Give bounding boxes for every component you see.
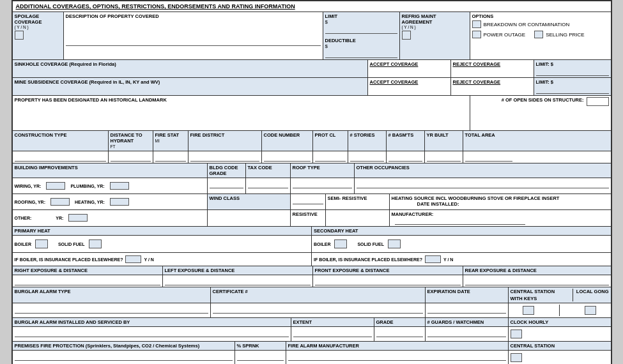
secondary-heat-label: SECONDARY HEAT <box>314 228 609 234</box>
sinkhole-limit-label: LIMIT: $ <box>536 61 609 67</box>
windclass-input-cell <box>291 194 326 209</box>
row-9-inputs <box>13 275 611 287</box>
extent-input[interactable] <box>293 328 372 337</box>
option-2-label: POWER OUTAGE <box>484 32 526 38</box>
options-cell: OPTIONS BREAKDOWN OR CONTAMINATION POWER… <box>470 12 611 59</box>
spoilage-checkbox[interactable] <box>15 31 24 40</box>
guards-header: # GUARDS / WATCHMEN <box>426 318 509 326</box>
firealarm-input-1[interactable] <box>288 352 506 361</box>
front-exposure-input[interactable] <box>315 277 461 285</box>
burglar-type-header: BURGLAR ALARM TYPE <box>13 287 211 303</box>
manufacturer-input[interactable] <box>395 217 525 225</box>
basmt-input[interactable] <box>388 153 422 162</box>
totalarea-label: TOTAL AREA <box>465 132 512 138</box>
stories-label: # STORIES <box>350 132 384 138</box>
firestat-cell: FIRE STAT MI <box>153 131 188 151</box>
construction-input[interactable] <box>15 153 106 162</box>
cert-label: CERTIFICATE # <box>213 289 423 294</box>
clock-checkbox[interactable] <box>511 330 522 338</box>
resistive-spacer <box>208 210 291 226</box>
refrig-checkbox[interactable] <box>402 31 411 40</box>
deductible-input[interactable] <box>325 50 397 58</box>
heating-yr-box[interactable] <box>110 198 129 206</box>
burglar-options-checkboxes <box>509 303 611 317</box>
sinkhole-limit-input[interactable] <box>536 68 609 76</box>
clock-checkbox-cell <box>509 327 611 341</box>
spoilage-label: SPOILAGE COVERAGE <box>15 13 61 25</box>
sprnk-input-cell <box>235 351 286 364</box>
basmt-cell: # BASM'TS <box>387 131 425 151</box>
protcl-input[interactable] <box>315 153 346 162</box>
central-station-checkbox[interactable] <box>523 306 534 315</box>
insurance2-checkbox[interactable] <box>425 255 441 263</box>
distance-input[interactable] <box>111 153 151 162</box>
extent-input-cell <box>291 327 374 341</box>
primary-heat-label: PRIMARY HEAT <box>15 228 310 234</box>
insurance-checkbox[interactable] <box>125 255 141 263</box>
open-sides-input[interactable] <box>587 97 609 106</box>
boiler-checkbox[interactable] <box>35 239 48 248</box>
plumbing-box[interactable] <box>110 182 129 190</box>
distance-cell: DISTANCE TO HYDRANT FT <box>109 131 153 151</box>
exp-date-input[interactable] <box>427 305 506 314</box>
otheroccupancies-input[interactable] <box>357 179 609 188</box>
local-gong-checkbox[interactable] <box>585 306 596 315</box>
firedistrict-input[interactable] <box>190 153 259 162</box>
exp-date-label: EXPIRATION DATE <box>427 289 506 294</box>
solidfuel-checkbox[interactable] <box>89 239 102 248</box>
option-2-checkbox[interactable] <box>472 31 481 38</box>
description-cell: DESCRIPTION OF PROPERTY COVERED <box>64 12 323 59</box>
rear-exposure-header: REAR EXPOSURE & DISTANCE <box>463 266 611 275</box>
yrbuilt-input[interactable] <box>427 153 461 162</box>
sinkhole-reject-label: REJECT COVERAGE <box>453 61 532 67</box>
firestat-input[interactable] <box>155 153 186 162</box>
cert-input[interactable] <box>213 305 423 314</box>
yrbuilt-input-cell <box>425 151 463 163</box>
windclass-input[interactable] <box>293 195 323 204</box>
option-1-checkbox[interactable] <box>472 20 481 28</box>
rear-exposure-input[interactable] <box>465 277 609 285</box>
installed-label: BURGLAR ALARM INSTALLED AND SERVICED BY <box>15 319 289 325</box>
limit-input[interactable] <box>325 26 397 34</box>
codenumber-label: CODE NUMBER <box>264 132 311 138</box>
boiler2-checkbox[interactable] <box>334 239 347 248</box>
roofing-label: ROOFING, YR: <box>15 200 45 204</box>
wiring-box[interactable] <box>46 182 65 190</box>
sprnk-header: % SPRNK <box>235 342 286 350</box>
burglar-options-header: CENTRAL STATION WITH KEYS LOCAL GONG <box>509 287 611 303</box>
burglar-type-input[interactable] <box>15 305 208 314</box>
mine-limit-input[interactable] <box>536 86 609 94</box>
sprnk-input[interactable] <box>237 352 284 361</box>
taxcode-input[interactable] <box>248 179 288 188</box>
spoilage-cell: SPOILAGE COVERAGE ( Y / N ) <box>13 12 64 59</box>
protcl-cell: PROT CL <box>313 131 348 151</box>
left-exposure-input[interactable] <box>165 277 311 285</box>
row-8-insurance: IF BOILER, IS INSURANCE PLACED ELSEWHERE… <box>13 253 611 266</box>
roofing-box[interactable] <box>50 198 70 206</box>
installed-input[interactable] <box>15 328 289 337</box>
solidfuel2-checkbox[interactable] <box>388 239 401 248</box>
yrbuilt-label: YR BUILT <box>427 132 461 138</box>
codenumber-input-cell <box>262 151 313 163</box>
historical-label: PROPERTY HAS BEEN DESIGNATED AN HISTORIC… <box>15 97 468 103</box>
fire-central-checkbox[interactable] <box>511 353 522 362</box>
bldgcode-input[interactable] <box>210 179 243 188</box>
right-exposure-input[interactable] <box>15 277 160 285</box>
other-yr-box[interactable] <box>68 214 88 222</box>
description-input[interactable] <box>66 38 321 46</box>
guards-input[interactable] <box>427 328 506 337</box>
codenumber-input[interactable] <box>264 153 311 162</box>
taxcode-input-cell <box>246 178 291 193</box>
rooftype-input[interactable] <box>293 179 352 188</box>
totalarea-input[interactable] <box>465 153 512 162</box>
sinkhole-limit-cell: LIMIT: $ <box>534 60 611 77</box>
grade-input[interactable] <box>376 328 423 337</box>
distance-label: DISTANCE TO HYDRANT <box>111 132 151 144</box>
premises-input[interactable] <box>15 352 233 361</box>
exp-date-input-cell <box>426 303 509 317</box>
form-container: ADDITIONAL COVERAGES, OPTIONS, RESTRICTI… <box>12 0 612 364</box>
option-3-checkbox[interactable] <box>534 31 543 38</box>
stories-input[interactable] <box>350 153 384 162</box>
burglar-type-label: BURGLAR ALARM TYPE <box>15 289 208 294</box>
row-6-roofing: ROOFING, YR: HEATING, YR: WIND CLASS SEM… <box>13 194 611 210</box>
